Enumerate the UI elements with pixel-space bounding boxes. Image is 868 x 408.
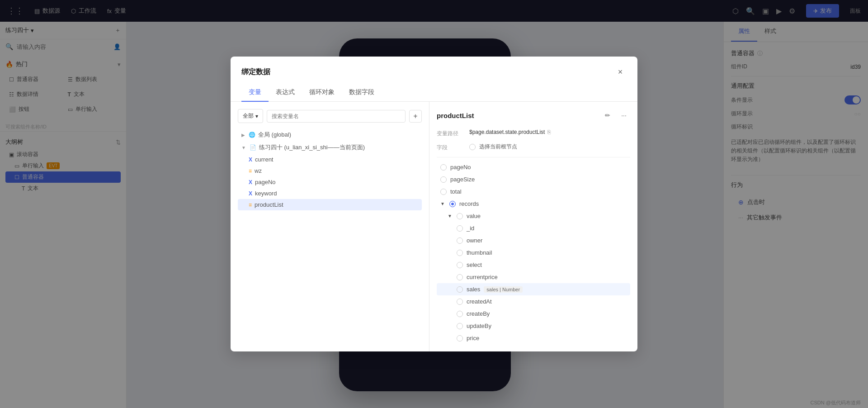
- field-radio-group: 选择当前根节点: [469, 143, 517, 151]
- field-select[interactable]: select: [437, 259, 630, 271]
- x-icon: X: [249, 157, 252, 163]
- modal-search-row: 全部 ▾ +: [238, 109, 422, 123]
- field-currentprice[interactable]: currentprice: [437, 271, 630, 283]
- db-icon: ≡: [249, 202, 252, 208]
- tree-page-group[interactable]: ▼ 📄 练习四十 (u_lian_xi_si_shi——当前页面): [238, 141, 422, 154]
- field-value[interactable]: ▼ value: [437, 210, 630, 222]
- radio-circle[interactable]: [457, 311, 463, 317]
- radio-circle[interactable]: [457, 299, 463, 305]
- radio-circle[interactable]: [457, 286, 463, 293]
- field-createBy[interactable]: createBy: [437, 308, 630, 320]
- copy-icon[interactable]: ⎘: [547, 129, 551, 135]
- modal-left-pane: 全部 ▾ + ▶ 🌐 全局 (global) ▼: [231, 102, 429, 351]
- field-records[interactable]: ▼ records: [437, 198, 630, 210]
- radio-circle-checked[interactable]: [449, 201, 456, 207]
- select-root-label: 选择当前根节点: [479, 143, 517, 151]
- field-updateBy[interactable]: updateBy: [437, 320, 630, 332]
- radio-circle[interactable]: [457, 237, 463, 244]
- modal-title: 绑定数据: [241, 67, 270, 77]
- variable-search-input[interactable]: [267, 110, 406, 123]
- more-var-button[interactable]: ···: [618, 109, 630, 122]
- modal-tab-variable[interactable]: 变量: [241, 84, 269, 102]
- tree-wz[interactable]: ≡ wz: [238, 165, 422, 176]
- field-_id[interactable]: _id: [437, 222, 630, 234]
- variable-tree: ▶ 🌐 全局 (global) ▼ 📄 练习四十 (u_lian_xi_si_s…: [238, 128, 422, 344]
- radio-circle[interactable]: [457, 250, 463, 256]
- radio-circle[interactable]: [457, 213, 463, 219]
- add-variable-button[interactable]: +: [409, 110, 422, 123]
- x-icon: X: [249, 179, 252, 185]
- var-field-row: 字段 选择当前根节点: [437, 143, 630, 152]
- field-sales[interactable]: sales sales | Number: [437, 283, 630, 295]
- field-radio[interactable]: [469, 144, 476, 150]
- modal-right-pane: productList ✏ ··· 变量路径 $page.dataset.sta…: [429, 102, 637, 351]
- radio-circle[interactable]: [457, 225, 463, 232]
- tree-keyword[interactable]: X keyword: [238, 188, 422, 199]
- modal-tabs: 变量 表达式 循环对象 数据字段: [231, 84, 637, 102]
- sales-tag: sales | Number: [484, 286, 523, 293]
- edit-var-button[interactable]: ✏: [601, 109, 614, 122]
- field-createdAt[interactable]: createdAt: [437, 295, 630, 308]
- tree-current[interactable]: X current: [238, 154, 422, 165]
- expand-icon: ▶: [241, 133, 245, 138]
- x-icon: X: [249, 190, 252, 197]
- radio-circle[interactable]: [440, 189, 447, 195]
- field-pageSize[interactable]: pageSize: [437, 173, 630, 185]
- radio-circle[interactable]: [440, 164, 447, 171]
- expand-icon: ▼: [241, 145, 246, 150]
- field-pageNo[interactable]: pageNo: [437, 161, 630, 173]
- modal-tab-data-field[interactable]: 数据字段: [342, 84, 382, 102]
- bind-data-modal: 绑定数据 × 变量 表达式 循环对象 数据字段 全部 ▾ +: [231, 57, 637, 351]
- var-header: productList ✏ ···: [437, 109, 630, 122]
- var-name: productList: [437, 112, 474, 119]
- expand-tri: ▼: [448, 213, 452, 218]
- field-price[interactable]: price: [437, 332, 630, 344]
- field-thumbnail[interactable]: thumbnail: [437, 247, 630, 259]
- page-icon: 📄: [250, 144, 256, 151]
- modal-overlay[interactable]: 绑定数据 × 变量 表达式 循环对象 数据字段 全部 ▾ +: [0, 0, 868, 408]
- expand-tri: ▼: [440, 201, 445, 206]
- radio-circle[interactable]: [457, 262, 463, 268]
- db-icon: ≡: [249, 168, 252, 174]
- modal-tab-loop-object[interactable]: 循环对象: [302, 84, 342, 102]
- field-total[interactable]: total: [437, 185, 630, 198]
- field-tree: pageNo pageSize total ▼: [437, 157, 630, 344]
- tree-pageNo[interactable]: X pageNo: [238, 176, 422, 188]
- filter-select[interactable]: 全部 ▾: [238, 109, 263, 123]
- radio-circle[interactable]: [457, 274, 463, 280]
- radio-circle[interactable]: [440, 176, 447, 183]
- field-owner[interactable]: owner: [437, 234, 630, 247]
- chevron-down-icon: ▾: [255, 113, 258, 119]
- tree-global-group[interactable]: ▶ 🌐 全局 (global): [238, 128, 422, 141]
- radio-circle[interactable]: [457, 335, 463, 342]
- modal-header: 绑定数据 ×: [231, 57, 637, 78]
- modal-body: 全部 ▾ + ▶ 🌐 全局 (global) ▼: [231, 102, 637, 351]
- globe-icon: 🌐: [249, 132, 255, 138]
- var-actions: ✏ ···: [601, 109, 630, 122]
- tree-productList[interactable]: ≡ productList: [238, 199, 422, 210]
- var-path-row: 变量路径 $page.dataset.state.productList ⎘: [437, 129, 630, 138]
- radio-circle[interactable]: [457, 323, 463, 329]
- modal-close-button[interactable]: ×: [614, 66, 627, 78]
- modal-tab-expression[interactable]: 表达式: [269, 84, 302, 102]
